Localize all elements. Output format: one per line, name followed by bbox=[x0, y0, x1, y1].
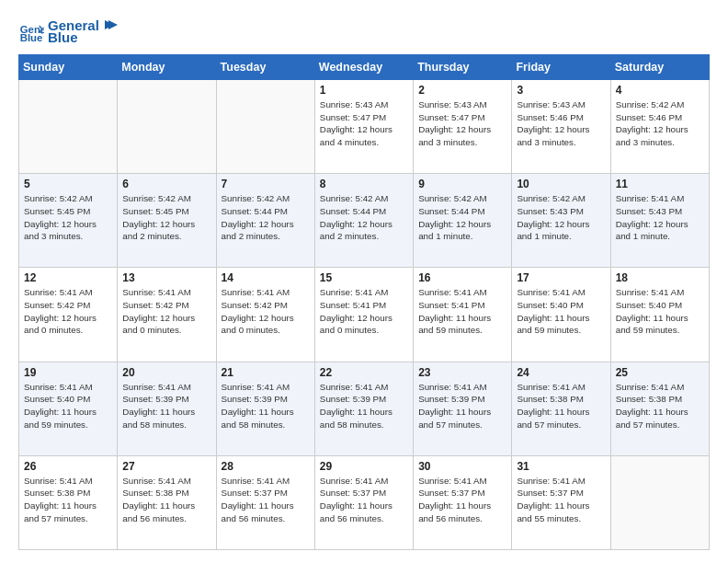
calendar-cell: 16Sunrise: 5:41 AM Sunset: 5:41 PM Dayli… bbox=[414, 268, 512, 362]
cell-content: Sunrise: 5:41 AM Sunset: 5:38 PM Dayligh… bbox=[24, 475, 112, 525]
day-number: 25 bbox=[616, 366, 704, 379]
day-number: 9 bbox=[418, 178, 506, 190]
day-number: 18 bbox=[616, 271, 704, 284]
day-number: 19 bbox=[24, 366, 112, 379]
calendar-cell: 29Sunrise: 5:41 AM Sunset: 5:37 PM Dayli… bbox=[314, 455, 413, 549]
calendar-cell: 8Sunrise: 5:42 AM Sunset: 5:44 PM Daylig… bbox=[314, 174, 413, 268]
calendar-cell: 5Sunrise: 5:42 AM Sunset: 5:45 PM Daylig… bbox=[19, 174, 118, 268]
cell-content: Sunrise: 5:41 AM Sunset: 5:39 PM Dayligh… bbox=[418, 381, 506, 431]
calendar-cell: 21Sunrise: 5:41 AM Sunset: 5:39 PM Dayli… bbox=[216, 362, 314, 455]
weekday-header-saturday: Saturday bbox=[610, 55, 709, 80]
day-number: 20 bbox=[122, 366, 210, 379]
calendar-cell: 30Sunrise: 5:41 AM Sunset: 5:37 PM Dayli… bbox=[414, 455, 512, 549]
calendar-cell: 18Sunrise: 5:41 AM Sunset: 5:40 PM Dayli… bbox=[610, 268, 709, 362]
cell-content: Sunrise: 5:43 AM Sunset: 5:47 PM Dayligh… bbox=[320, 98, 408, 149]
cell-content: Sunrise: 5:42 AM Sunset: 5:44 PM Dayligh… bbox=[320, 192, 408, 243]
calendar-cell: 15Sunrise: 5:41 AM Sunset: 5:41 PM Dayli… bbox=[314, 268, 413, 362]
cell-content: Sunrise: 5:41 AM Sunset: 5:41 PM Dayligh… bbox=[320, 286, 408, 337]
cell-content: Sunrise: 5:42 AM Sunset: 5:44 PM Dayligh… bbox=[222, 192, 310, 243]
day-number: 27 bbox=[122, 460, 210, 473]
cell-content: Sunrise: 5:41 AM Sunset: 5:39 PM Dayligh… bbox=[320, 381, 408, 431]
calendar-cell: 4Sunrise: 5:42 AM Sunset: 5:46 PM Daylig… bbox=[610, 80, 709, 174]
day-number: 31 bbox=[517, 460, 605, 473]
cell-content: Sunrise: 5:41 AM Sunset: 5:37 PM Dayligh… bbox=[517, 475, 605, 525]
logo-icon: General Blue bbox=[18, 18, 44, 44]
day-number: 29 bbox=[320, 460, 408, 473]
week-row-5: 26Sunrise: 5:41 AM Sunset: 5:38 PM Dayli… bbox=[19, 455, 710, 549]
page: General Blue General Blue bbox=[0, 0, 728, 563]
weekday-header-wednesday: Wednesday bbox=[314, 55, 413, 80]
day-number: 8 bbox=[320, 178, 408, 190]
weekday-header-sunday: Sunday bbox=[19, 55, 118, 80]
day-number: 24 bbox=[517, 366, 605, 379]
cell-content: Sunrise: 5:41 AM Sunset: 5:39 PM Dayligh… bbox=[122, 381, 210, 431]
cell-content: Sunrise: 5:41 AM Sunset: 5:37 PM Dayligh… bbox=[418, 475, 506, 525]
day-number: 26 bbox=[24, 460, 112, 473]
weekday-header-monday: Monday bbox=[118, 55, 216, 80]
cell-content: Sunrise: 5:42 AM Sunset: 5:44 PM Dayligh… bbox=[418, 192, 506, 243]
calendar-cell bbox=[216, 80, 314, 174]
svg-text:Blue: Blue bbox=[20, 32, 43, 43]
day-number: 22 bbox=[320, 366, 408, 379]
calendar-cell bbox=[118, 80, 216, 174]
day-number: 21 bbox=[222, 366, 310, 379]
calendar-cell: 25Sunrise: 5:41 AM Sunset: 5:38 PM Dayli… bbox=[610, 362, 709, 455]
cell-content: Sunrise: 5:41 AM Sunset: 5:40 PM Dayligh… bbox=[24, 381, 112, 431]
day-number: 13 bbox=[122, 271, 210, 284]
calendar-cell: 17Sunrise: 5:41 AM Sunset: 5:40 PM Dayli… bbox=[512, 268, 610, 362]
calendar-cell: 1Sunrise: 5:43 AM Sunset: 5:47 PM Daylig… bbox=[314, 80, 413, 174]
calendar-cell: 9Sunrise: 5:42 AM Sunset: 5:44 PM Daylig… bbox=[414, 174, 512, 268]
day-number: 7 bbox=[222, 178, 310, 190]
day-number: 5 bbox=[24, 178, 112, 190]
day-number: 15 bbox=[320, 271, 408, 284]
calendar-cell: 6Sunrise: 5:42 AM Sunset: 5:45 PM Daylig… bbox=[118, 174, 216, 268]
calendar-cell: 14Sunrise: 5:41 AM Sunset: 5:42 PM Dayli… bbox=[216, 268, 314, 362]
calendar-cell: 10Sunrise: 5:42 AM Sunset: 5:43 PM Dayli… bbox=[512, 174, 610, 268]
calendar-cell: 12Sunrise: 5:41 AM Sunset: 5:42 PM Dayli… bbox=[19, 268, 118, 362]
cell-content: Sunrise: 5:41 AM Sunset: 5:38 PM Dayligh… bbox=[517, 381, 605, 431]
cell-content: Sunrise: 5:41 AM Sunset: 5:37 PM Dayligh… bbox=[222, 475, 310, 525]
svg-marker-5 bbox=[108, 20, 118, 29]
cell-content: Sunrise: 5:41 AM Sunset: 5:41 PM Dayligh… bbox=[418, 286, 506, 337]
calendar-cell: 24Sunrise: 5:41 AM Sunset: 5:38 PM Dayli… bbox=[512, 362, 610, 455]
weekday-header-tuesday: Tuesday bbox=[216, 55, 314, 80]
calendar-cell: 2Sunrise: 5:43 AM Sunset: 5:47 PM Daylig… bbox=[414, 80, 512, 174]
day-number: 10 bbox=[517, 178, 605, 190]
day-number: 11 bbox=[616, 178, 704, 190]
calendar-cell: 31Sunrise: 5:41 AM Sunset: 5:37 PM Dayli… bbox=[512, 455, 610, 549]
logo: General Blue General Blue bbox=[18, 17, 118, 45]
cell-content: Sunrise: 5:41 AM Sunset: 5:38 PM Dayligh… bbox=[616, 381, 704, 431]
week-row-1: 1Sunrise: 5:43 AM Sunset: 5:47 PM Daylig… bbox=[19, 80, 710, 174]
calendar-cell bbox=[610, 455, 709, 549]
logo-arrow bbox=[101, 17, 118, 33]
cell-content: Sunrise: 5:41 AM Sunset: 5:37 PM Dayligh… bbox=[320, 475, 408, 525]
calendar-cell: 26Sunrise: 5:41 AM Sunset: 5:38 PM Dayli… bbox=[19, 455, 118, 549]
day-number: 6 bbox=[122, 178, 210, 190]
calendar-cell: 3Sunrise: 5:43 AM Sunset: 5:46 PM Daylig… bbox=[512, 80, 610, 174]
week-row-3: 12Sunrise: 5:41 AM Sunset: 5:42 PM Dayli… bbox=[19, 268, 710, 362]
calendar-cell: 28Sunrise: 5:41 AM Sunset: 5:37 PM Dayli… bbox=[216, 455, 314, 549]
week-row-4: 19Sunrise: 5:41 AM Sunset: 5:40 PM Dayli… bbox=[19, 362, 710, 455]
cell-content: Sunrise: 5:41 AM Sunset: 5:43 PM Dayligh… bbox=[616, 192, 704, 243]
cell-content: Sunrise: 5:42 AM Sunset: 5:45 PM Dayligh… bbox=[24, 192, 112, 243]
week-row-2: 5Sunrise: 5:42 AM Sunset: 5:45 PM Daylig… bbox=[19, 174, 710, 268]
calendar-cell bbox=[19, 80, 118, 174]
day-number: 14 bbox=[222, 271, 310, 284]
cell-content: Sunrise: 5:42 AM Sunset: 5:46 PM Dayligh… bbox=[616, 98, 704, 149]
day-number: 3 bbox=[517, 84, 605, 97]
day-number: 17 bbox=[517, 271, 605, 284]
day-number: 4 bbox=[616, 84, 704, 97]
cell-content: Sunrise: 5:41 AM Sunset: 5:42 PM Dayligh… bbox=[122, 286, 210, 337]
cell-content: Sunrise: 5:43 AM Sunset: 5:46 PM Dayligh… bbox=[517, 98, 605, 149]
day-number: 12 bbox=[24, 271, 112, 284]
calendar-cell: 23Sunrise: 5:41 AM Sunset: 5:39 PM Dayli… bbox=[414, 362, 512, 455]
cell-content: Sunrise: 5:41 AM Sunset: 5:42 PM Dayligh… bbox=[222, 286, 310, 337]
calendar-table: SundayMondayTuesdayWednesdayThursdayFrid… bbox=[18, 54, 710, 550]
header: General Blue General Blue bbox=[18, 17, 710, 45]
cell-content: Sunrise: 5:42 AM Sunset: 5:43 PM Dayligh… bbox=[517, 192, 605, 243]
cell-content: Sunrise: 5:42 AM Sunset: 5:45 PM Dayligh… bbox=[122, 192, 210, 243]
calendar-cell: 27Sunrise: 5:41 AM Sunset: 5:38 PM Dayli… bbox=[118, 455, 216, 549]
calendar-cell: 11Sunrise: 5:41 AM Sunset: 5:43 PM Dayli… bbox=[610, 174, 709, 268]
calendar-cell: 22Sunrise: 5:41 AM Sunset: 5:39 PM Dayli… bbox=[314, 362, 413, 455]
weekday-header-thursday: Thursday bbox=[414, 55, 512, 80]
